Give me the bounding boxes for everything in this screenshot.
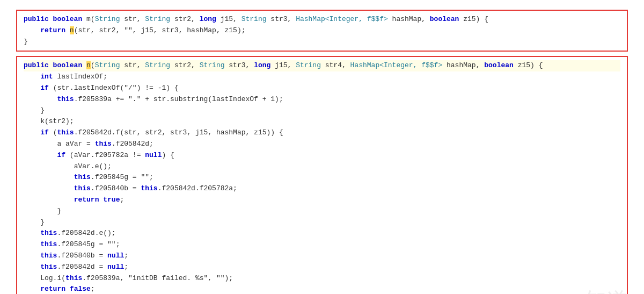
this-keyword: this — [57, 128, 74, 137]
keyword: if — [57, 151, 65, 159]
code-line: Log.i(this.f205839a, "initDB failed. %s"… — [24, 273, 620, 284]
keyword: null — [107, 263, 124, 271]
code-text: ) { — [162, 151, 174, 159]
code-text: ; — [91, 285, 95, 293]
code-line: } — [24, 217, 620, 228]
type: String — [145, 15, 170, 23]
code-text: .f205845g = ""; — [57, 240, 120, 248]
code-line: return false; — [24, 284, 620, 294]
code-text: .f205839a, "initDB failed. %s", ""); — [82, 274, 233, 282]
keyword: true — [103, 196, 120, 204]
highlight-char: n — [70, 26, 74, 34]
code-text: ( — [49, 128, 57, 137]
type: String — [200, 61, 225, 69]
this-keyword: this — [57, 95, 74, 103]
code-line: if (aVar.f205782a != null) { — [24, 150, 620, 161]
code-text: str, — [120, 15, 145, 23]
code-text: ; — [124, 263, 128, 271]
this-keyword: this — [65, 274, 82, 282]
code-text: .f205842d; — [112, 140, 153, 148]
code-text: .f205842d.f205782a; — [158, 184, 237, 192]
code-text: aVar.e(); — [74, 162, 112, 170]
highlight-char: n — [86, 61, 91, 69]
code-text: str3, — [225, 61, 254, 69]
keyword: if — [40, 128, 49, 137]
code-line: return true; — [24, 195, 620, 206]
code-text: hashMap, — [442, 61, 484, 69]
code-text: ; — [124, 252, 128, 260]
code-line: } — [24, 37, 620, 48]
code-text: k(str2); — [40, 117, 74, 125]
code-text: } — [40, 218, 45, 226]
code-line: int lastIndexOf; — [24, 71, 620, 83]
code-line: this.f205842d = null; — [24, 262, 620, 273]
code-text: .f205845g = ""; — [91, 173, 153, 181]
keyword: public — [24, 15, 53, 23]
code-text — [65, 285, 70, 293]
code-line: if (this.f205842d.f(str, str2, str3, j15… — [24, 127, 620, 139]
keyword: long — [254, 61, 270, 69]
code-line: if (str.lastIndexOf("/") != -1) { — [24, 83, 620, 94]
code-container: public boolean m(String str, String str2… — [0, 0, 644, 294]
keyword: boolean — [430, 15, 459, 23]
keyword: null — [107, 252, 124, 260]
this-keyword: this — [40, 252, 57, 260]
code-line: this.f205840b = null; — [24, 250, 620, 262]
code-text: str4, — [321, 61, 350, 69]
this-keyword: this — [141, 184, 157, 192]
keyword: int — [40, 73, 53, 81]
keyword: null — [145, 151, 162, 159]
code-text: str2, — [170, 15, 200, 23]
keyword: return — [74, 196, 99, 204]
type: String — [145, 61, 170, 69]
code-line: this.f205840b = this.f205842d.f205782a; — [24, 183, 620, 195]
code-text: str, — [120, 61, 145, 69]
code-text: str2, — [170, 61, 200, 69]
code-text: .f205842d.e(); — [57, 229, 115, 237]
keyword: public — [24, 61, 53, 69]
code-text: m( — [86, 15, 95, 23]
code-text: ( — [91, 61, 95, 69]
code-text: .f205842d.f(str, str2, str3, j15, hashMa… — [74, 128, 283, 137]
keyword: boolean — [53, 61, 86, 69]
code-text: z15) { — [514, 61, 543, 69]
code-text: .f205842d = — [57, 263, 107, 271]
code-text: j15, — [270, 61, 296, 69]
code-line: this.f205842d.e(); — [24, 228, 620, 239]
code-text: j15, — [216, 15, 241, 23]
code-line: return n(str, str2, "", j15, str3, hashM… — [24, 25, 620, 37]
code-line: this.f205845g = ""; — [24, 239, 620, 250]
type: String — [95, 61, 120, 69]
code-text: (str, str2, "", j15, str3, hashMap, z15)… — [74, 26, 246, 34]
code-text: } — [40, 106, 45, 114]
code-text: .f205840b = — [91, 184, 141, 192]
keyword: long — [200, 15, 216, 23]
type: String — [241, 15, 267, 23]
code-text: (aVar.f205782a != — [65, 151, 145, 159]
code-line: public boolean m(String str, String str2… — [24, 14, 620, 25]
this-keyword: this — [40, 229, 57, 237]
this-keyword: this — [40, 240, 57, 248]
type: HashMap<Integer, f$$f> — [350, 61, 443, 69]
code-text: Log.i( — [40, 274, 65, 282]
code-text: } — [57, 207, 61, 215]
code-line-highlighted: public boolean n(String str, String str2… — [24, 60, 620, 71]
code-text: .f205839a += "." + str.substring(lastInd… — [74, 95, 283, 103]
code-line: k(str2); — [24, 116, 620, 127]
keyword: return — [40, 26, 70, 34]
code-block-2: public boolean n(String str, String str2… — [16, 56, 628, 294]
type: String — [296, 61, 321, 69]
keyword: if — [40, 84, 49, 92]
code-line: } — [24, 105, 620, 117]
code-block-1: public boolean m(String str, String str2… — [16, 10, 628, 52]
code-text: .f205840b = — [57, 252, 107, 260]
type: String — [95, 15, 120, 23]
code-text: a aVar = — [57, 140, 94, 148]
this-keyword: this — [40, 263, 57, 271]
code-text: str3, — [267, 15, 296, 23]
this-keyword: this — [74, 184, 91, 192]
code-line: this.f205845g = ""; — [24, 172, 620, 183]
this-keyword: this — [95, 140, 112, 148]
code-text: hashMap, — [388, 15, 430, 23]
code-line: } — [24, 206, 620, 217]
